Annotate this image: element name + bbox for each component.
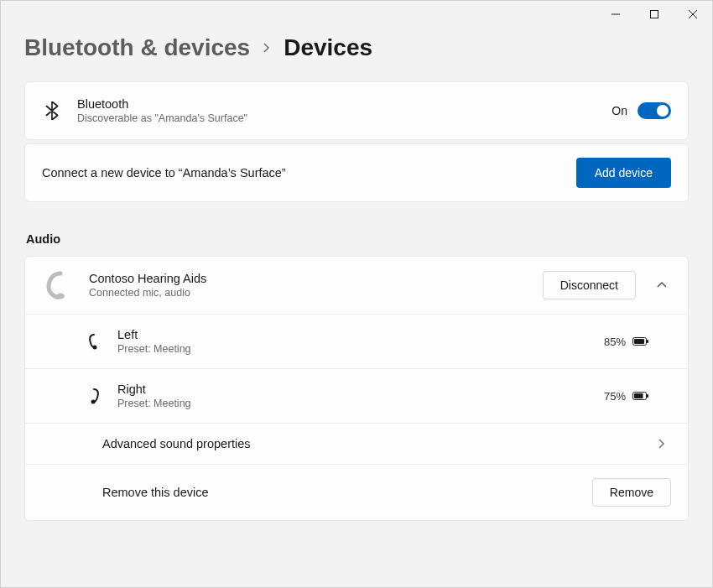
- titlebar: [1, 1, 712, 28]
- device-right-preset: Preset: Meeting: [117, 398, 589, 409]
- bluetooth-toggle-label: On: [612, 104, 627, 117]
- breadcrumb: Bluetooth & devices Devices: [24, 34, 689, 61]
- advanced-sound-row[interactable]: Advanced sound properties: [25, 423, 688, 464]
- svg-rect-12: [634, 393, 643, 398]
- chevron-up-icon: [657, 280, 667, 290]
- battery-icon: [632, 336, 649, 346]
- bluetooth-subtitle: Discoverable as "Amanda's Surface": [77, 112, 596, 124]
- add-device-card: Connect a new device to “Amanda’s Surfac…: [24, 143, 689, 202]
- svg-rect-8: [634, 339, 644, 344]
- device-right-row: Right Preset: Meeting 75%: [25, 368, 688, 423]
- collapse-button[interactable]: [653, 280, 671, 290]
- remove-device-row: Remove this device Remove: [25, 464, 688, 520]
- right-earbud-icon: [86, 388, 102, 404]
- close-icon: [689, 10, 697, 18]
- hearing-aids-icon: [42, 268, 75, 302]
- section-header-audio: Audio: [26, 232, 689, 246]
- svg-point-9: [91, 400, 96, 404]
- device-header: Contoso Hearing Aids Connected mic, audi…: [25, 257, 688, 314]
- disconnect-button[interactable]: Disconnect: [543, 271, 636, 299]
- device-left-preset: Preset: Meeting: [117, 343, 589, 355]
- content-area: Bluetooth & devices Devices Bluetooth Di…: [1, 28, 712, 544]
- breadcrumb-parent[interactable]: Bluetooth & devices: [24, 34, 250, 61]
- device-right-battery: 75%: [604, 390, 626, 403]
- bluetooth-icon: [42, 101, 62, 120]
- breadcrumb-current: Devices: [284, 34, 372, 61]
- svg-rect-11: [647, 394, 648, 398]
- svg-rect-1: [651, 11, 658, 18]
- remove-button[interactable]: Remove: [592, 478, 671, 507]
- close-button[interactable]: [674, 1, 712, 28]
- chevron-right-icon: [657, 439, 667, 449]
- minimize-icon: [612, 10, 620, 18]
- advanced-sound-label: Advanced sound properties: [102, 437, 634, 450]
- battery-icon: [632, 391, 649, 401]
- device-status: Connected mic, audio: [89, 287, 529, 299]
- minimize-button[interactable]: [596, 1, 635, 28]
- toggle-knob-icon: [657, 105, 669, 117]
- device-right-label: Right: [117, 382, 589, 396]
- settings-window: Bluetooth & devices Devices Bluetooth Di…: [0, 0, 713, 588]
- left-earbud-icon: [86, 333, 102, 350]
- device-left-row: Left Preset: Meeting 85%: [25, 314, 688, 368]
- device-group: Contoso Hearing Aids Connected mic, audi…: [24, 256, 689, 521]
- device-left-battery: 85%: [604, 336, 626, 348]
- svg-point-4: [56, 294, 65, 299]
- maximize-button[interactable]: [635, 1, 674, 28]
- bluetooth-toggle[interactable]: [638, 102, 671, 119]
- bluetooth-card: Bluetooth Discoverable as "Amanda's Surf…: [24, 81, 689, 140]
- bluetooth-title: Bluetooth: [77, 97, 596, 111]
- remove-device-label: Remove this device: [102, 486, 577, 499]
- add-device-button[interactable]: Add device: [576, 158, 671, 188]
- connect-text: Connect a new device to “Amanda’s Surfac…: [42, 166, 561, 180]
- device-left-label: Left: [117, 328, 589, 341]
- svg-rect-7: [647, 340, 648, 343]
- chevron-right-icon: [262, 39, 272, 57]
- maximize-icon: [650, 10, 658, 18]
- device-name: Contoso Hearing Aids: [89, 272, 529, 285]
- svg-point-5: [93, 346, 97, 350]
